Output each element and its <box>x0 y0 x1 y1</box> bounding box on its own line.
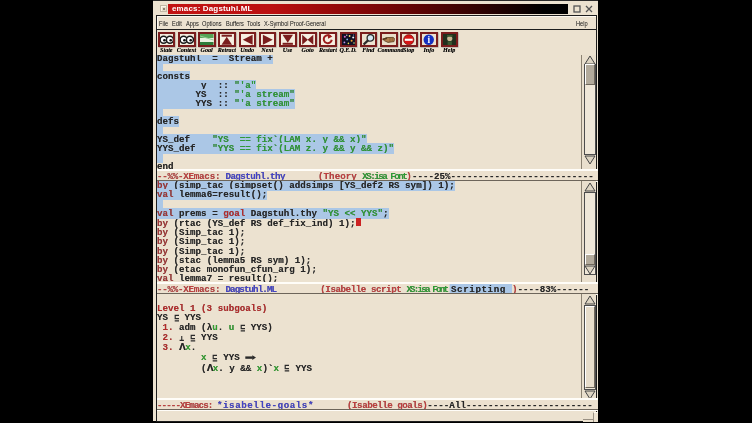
svg-text:i: i <box>428 35 431 45</box>
